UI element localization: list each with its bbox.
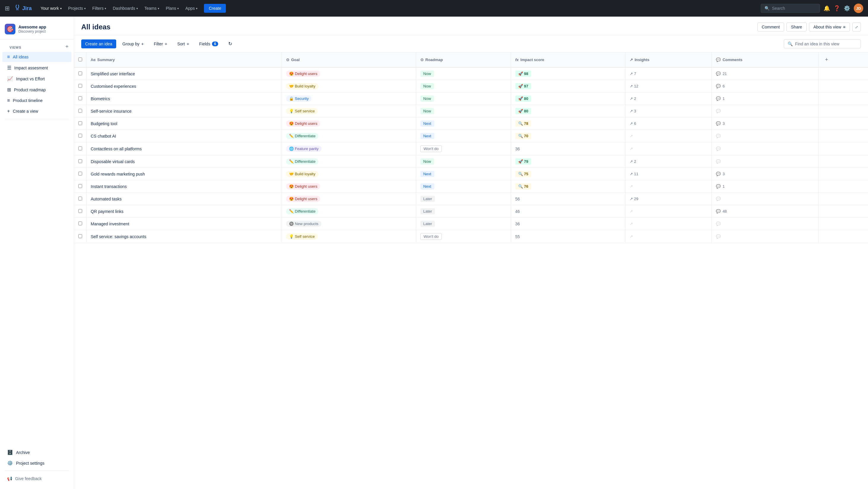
comment-button[interactable]: Comment bbox=[757, 23, 784, 31]
row-checkbox[interactable] bbox=[78, 109, 82, 113]
row-checkbox[interactable] bbox=[78, 234, 82, 238]
create-idea-button[interactable]: Create an idea bbox=[81, 39, 116, 48]
row-roadmap[interactable]: Later bbox=[416, 218, 511, 230]
row-impact-score[interactable]: 🚀 80 bbox=[511, 93, 625, 105]
row-summary[interactable]: Self service: savings accounts bbox=[87, 230, 282, 243]
row-summary[interactable]: CS chatbot AI bbox=[87, 130, 282, 142]
row-goal[interactable]: ✏️ Differentiate bbox=[282, 205, 416, 218]
row-summary[interactable]: Self-service insurance bbox=[87, 105, 282, 117]
row-roadmap[interactable]: Next bbox=[416, 180, 511, 193]
row-checkbox[interactable] bbox=[78, 221, 82, 225]
row-summary[interactable]: Disposable virtual cards bbox=[87, 155, 282, 168]
row-goal[interactable]: 💡 Self service bbox=[282, 230, 416, 243]
row-impact-score[interactable]: 56 bbox=[511, 193, 625, 205]
row-roadmap[interactable]: Now bbox=[416, 93, 511, 105]
row-impact-score[interactable]: 55 bbox=[511, 230, 625, 243]
user-avatar[interactable]: JD bbox=[854, 4, 863, 13]
topnav-search[interactable]: 🔍 bbox=[761, 4, 820, 13]
nav-teams[interactable]: Teams ▾ bbox=[142, 4, 162, 12]
row-summary[interactable]: Managed investment bbox=[87, 218, 282, 230]
select-all-checkbox[interactable] bbox=[78, 58, 82, 61]
sort-button[interactable]: Sort + bbox=[174, 39, 193, 48]
idea-search-input[interactable] bbox=[795, 41, 855, 46]
row-impact-score[interactable]: 🚀 79 bbox=[511, 155, 625, 168]
row-summary[interactable]: Instant transactions bbox=[87, 180, 282, 193]
row-goal[interactable]: 😍 Delight users bbox=[282, 67, 416, 80]
row-goal[interactable]: 💡 Self service bbox=[282, 105, 416, 117]
row-impact-score[interactable]: 36 bbox=[511, 218, 625, 230]
sidebar-item-product-roadmap[interactable]: ⊞ Product roadmap bbox=[2, 85, 71, 95]
row-checkbox[interactable] bbox=[78, 71, 82, 75]
group-by-button[interactable]: Group by + bbox=[119, 39, 148, 48]
nav-yourwork[interactable]: Your work ▾ bbox=[38, 4, 65, 12]
row-goal[interactable]: 🌐 Feature parity bbox=[282, 142, 416, 155]
row-goal[interactable]: 😍 Delight users bbox=[282, 117, 416, 130]
row-checkbox[interactable] bbox=[78, 172, 82, 176]
row-checkbox[interactable] bbox=[78, 84, 82, 88]
row-checkbox[interactable] bbox=[78, 196, 82, 201]
nav-apps[interactable]: Apps ▾ bbox=[182, 4, 200, 12]
row-impact-score[interactable]: 🔍 75 bbox=[511, 168, 625, 180]
sidebar-item-all-ideas[interactable]: ≡ All ideas bbox=[2, 52, 71, 62]
row-goal[interactable]: ✏️ Differentiate bbox=[282, 130, 416, 142]
idea-search[interactable]: 🔍 bbox=[784, 39, 861, 48]
row-goal[interactable]: 😍 Delight users bbox=[282, 193, 416, 205]
filter-button[interactable]: Filter + bbox=[150, 39, 171, 48]
row-checkbox[interactable] bbox=[78, 159, 82, 163]
row-summary[interactable]: Simplified user interface bbox=[87, 67, 282, 80]
row-impact-score[interactable]: 🔍 78 bbox=[511, 117, 625, 130]
row-goal[interactable]: 🔘 New products bbox=[282, 218, 416, 230]
row-goal[interactable]: 😍 Delight users bbox=[282, 180, 416, 193]
nav-plans[interactable]: Plans ▾ bbox=[163, 4, 182, 12]
row-impact-score[interactable]: 🚀 80 bbox=[511, 105, 625, 117]
fullscreen-button[interactable]: ⤢ bbox=[852, 23, 861, 31]
row-impact-score[interactable]: 46 bbox=[511, 205, 625, 218]
row-roadmap[interactable]: Now bbox=[416, 155, 511, 168]
row-goal[interactable]: 🤝 Build loyalty bbox=[282, 80, 416, 93]
row-checkbox[interactable] bbox=[78, 134, 82, 137]
row-roadmap[interactable]: Later bbox=[416, 193, 511, 205]
row-roadmap[interactable]: Won't do bbox=[416, 142, 511, 155]
row-roadmap[interactable]: Next bbox=[416, 117, 511, 130]
nav-dashboards[interactable]: Dashboards ▾ bbox=[110, 4, 141, 12]
row-summary[interactable]: Gold rewards marketing push bbox=[87, 168, 282, 180]
row-impact-score[interactable]: 🔍 76 bbox=[511, 180, 625, 193]
sidebar-item-impact-effort[interactable]: 📈 Impact vs Effort bbox=[2, 73, 71, 84]
row-roadmap[interactable]: Now bbox=[416, 80, 511, 93]
share-button[interactable]: Share bbox=[786, 23, 806, 31]
row-summary[interactable]: Biometrics bbox=[87, 93, 282, 105]
help-icon[interactable]: ❓ bbox=[834, 5, 840, 11]
row-roadmap[interactable]: Next bbox=[416, 130, 511, 142]
row-summary[interactable]: Contactless on all platforms bbox=[87, 142, 282, 155]
sidebar-item-project-settings[interactable]: ⚙️ Project settings bbox=[2, 458, 71, 468]
sidebar-item-product-timeline[interactable]: ≡ Product timeline bbox=[2, 95, 71, 105]
about-view-button[interactable]: About this view ≡ bbox=[809, 23, 850, 31]
row-checkbox[interactable] bbox=[78, 121, 82, 125]
refresh-button[interactable]: ↻ bbox=[224, 39, 236, 49]
row-checkbox[interactable] bbox=[78, 209, 82, 213]
row-summary[interactable]: Automated tasks bbox=[87, 193, 282, 205]
row-roadmap[interactable]: Next bbox=[416, 168, 511, 180]
row-checkbox[interactable] bbox=[78, 96, 82, 100]
settings-icon[interactable]: ⚙️ bbox=[844, 5, 850, 11]
notifications-icon[interactable]: 🔔 bbox=[824, 5, 830, 11]
row-summary[interactable]: Budgeting tool bbox=[87, 117, 282, 130]
row-summary[interactable]: Customised experiences bbox=[87, 80, 282, 93]
row-impact-score[interactable]: 🚀 98 bbox=[511, 67, 625, 80]
grid-icon[interactable]: ⊞ bbox=[5, 5, 10, 12]
row-goal[interactable]: 🤝 Build loyalty bbox=[282, 168, 416, 180]
add-view-button[interactable]: + bbox=[65, 43, 69, 51]
row-goal[interactable]: ✏️ Differentiate bbox=[282, 155, 416, 168]
row-roadmap[interactable]: Won't do bbox=[416, 230, 511, 243]
create-button[interactable]: Create bbox=[204, 4, 226, 13]
row-summary[interactable]: QR payment links bbox=[87, 205, 282, 218]
sidebar-item-impact-assesment[interactable]: ☰ Impact assesment bbox=[2, 63, 71, 73]
sidebar-item-create-view[interactable]: + Create a view bbox=[2, 106, 71, 116]
row-checkbox[interactable] bbox=[78, 147, 82, 150]
sidebar-feedback[interactable]: 📢 Give feedback bbox=[2, 473, 71, 484]
fields-button[interactable]: Fields 6 bbox=[195, 39, 222, 48]
row-impact-score[interactable]: 🔍 70 bbox=[511, 130, 625, 142]
sidebar-item-archive[interactable]: 🗄️ Archive bbox=[2, 447, 71, 458]
row-impact-score[interactable]: 🚀 97 bbox=[511, 80, 625, 93]
search-input[interactable] bbox=[772, 6, 813, 11]
